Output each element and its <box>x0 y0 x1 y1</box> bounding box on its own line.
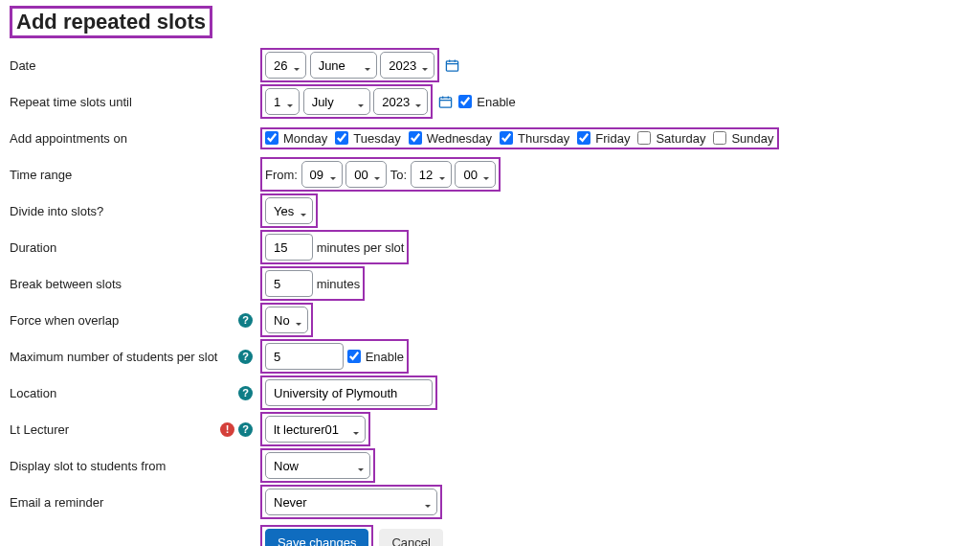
date-month-select[interactable]: June <box>310 52 377 79</box>
repeat-enable-wrap[interactable]: Enable <box>458 95 515 109</box>
location-input[interactable] <box>265 379 433 406</box>
label-time-range: Time range <box>10 168 72 182</box>
help-icon[interactable]: ? <box>238 386 253 400</box>
force-group: No <box>260 303 313 337</box>
label-date: Date <box>10 58 35 73</box>
label-add-on: Add appointments on <box>10 131 127 146</box>
row-break: Break between slots minutes <box>10 266 970 301</box>
label-lecturer: Lt Lecturer <box>10 422 69 437</box>
break-suffix: minutes <box>317 277 361 291</box>
divide-select[interactable]: Yes <box>265 197 313 224</box>
page-title: Add repeated slots <box>10 6 212 38</box>
label-divide: Divide into slots? <box>10 204 103 218</box>
divide-group: Yes <box>260 193 318 228</box>
repeat-month-select[interactable]: July <box>303 88 370 115</box>
day-label: Sunday <box>731 131 773 146</box>
save-button[interactable]: Save changes <box>265 529 368 546</box>
day-monday[interactable]: Monday <box>265 131 327 146</box>
day-sunday[interactable]: Sunday <box>713 131 773 146</box>
calendar-icon[interactable] <box>438 95 453 109</box>
max-students-input[interactable] <box>265 343 344 370</box>
help-icon[interactable]: ? <box>238 350 253 364</box>
repeat-enable-checkbox[interactable] <box>458 95 472 108</box>
to-hour-select[interactable]: 12 <box>411 161 452 188</box>
force-select[interactable]: No <box>265 307 308 333</box>
date-year-select[interactable]: 2023 <box>380 52 434 79</box>
from-min-select[interactable]: 00 <box>345 161 387 188</box>
label-repeat-until: Repeat time slots until <box>10 95 132 109</box>
calendar-icon[interactable] <box>445 58 459 73</box>
display-from-group: Now <box>260 448 375 483</box>
svg-rect-0 <box>447 60 458 70</box>
date-day-select[interactable]: 26 <box>265 52 306 79</box>
day-checkbox-wednesday[interactable] <box>409 131 422 145</box>
row-time-range: Time range From: 09 00 To: 12 00 <box>10 157 970 192</box>
svg-rect-4 <box>440 97 452 106</box>
duration-group: minutes per slot <box>260 230 409 264</box>
day-label: Friday <box>595 131 630 146</box>
duration-input[interactable] <box>265 234 313 261</box>
day-label: Tuesday <box>353 131 400 146</box>
max-students-enable-checkbox[interactable] <box>347 350 361 363</box>
repeat-enable-label: Enable <box>477 95 515 109</box>
day-checkbox-friday[interactable] <box>577 131 590 145</box>
day-checkbox-thursday[interactable] <box>500 131 513 145</box>
break-input[interactable] <box>265 270 313 297</box>
day-friday[interactable]: Friday <box>577 131 630 146</box>
days-group: MondayTuesdayWednesdayThursdayFridaySatu… <box>260 127 779 149</box>
lecturer-group: lt lecturer01 <box>260 412 370 446</box>
label-break: Break between slots <box>10 277 122 291</box>
label-email: Email a reminder <box>10 495 103 510</box>
from-label: From: <box>265 168 298 182</box>
day-label: Monday <box>283 131 327 146</box>
repeat-until-group: 1 July 2023 <box>260 84 433 119</box>
row-lecturer: Lt Lecturer ! ? lt lecturer01 <box>10 412 970 446</box>
day-tuesday[interactable]: Tuesday <box>335 131 400 146</box>
email-select[interactable]: Never <box>265 489 437 515</box>
row-email: Email a reminder Never <box>10 485 970 519</box>
repeat-year-select[interactable]: 2023 <box>373 88 428 115</box>
max-students-enable-label: Enable <box>366 350 404 364</box>
row-date: Date 26 June 2023 <box>10 48 970 82</box>
to-label: To: <box>390 168 407 182</box>
help-icon[interactable]: ? <box>238 313 253 328</box>
required-icon: ! <box>220 422 234 437</box>
label-max-students: Maximum number of students per slot <box>10 350 217 364</box>
day-checkbox-sunday[interactable] <box>713 131 726 145</box>
to-min-select[interactable]: 00 <box>455 161 496 188</box>
day-thursday[interactable]: Thursday <box>500 131 569 146</box>
row-force: Force when overlap ? No <box>10 303 970 337</box>
label-display-from: Display slot to students from <box>10 459 166 473</box>
repeat-day-select[interactable]: 1 <box>265 88 300 115</box>
max-students-enable-wrap[interactable]: Enable <box>347 350 404 364</box>
help-icon[interactable]: ? <box>238 422 253 437</box>
break-group: minutes <box>260 266 365 301</box>
row-duration: Duration minutes per slot <box>10 230 970 264</box>
row-divide: Divide into slots? Yes <box>10 193 970 228</box>
row-actions: Save changes Cancel <box>10 525 970 546</box>
cancel-button[interactable]: Cancel <box>379 529 442 546</box>
day-checkbox-saturday[interactable] <box>637 131 651 145</box>
day-checkbox-tuesday[interactable] <box>335 131 348 145</box>
row-max-students: Maximum number of students per slot ? En… <box>10 339 970 374</box>
day-label: Wednesday <box>427 131 492 146</box>
day-checkbox-monday[interactable] <box>265 131 278 145</box>
email-group: Never <box>260 485 442 519</box>
location-group <box>260 375 437 410</box>
date-group: 26 June 2023 <box>260 48 439 82</box>
lecturer-select[interactable]: lt lecturer01 <box>265 416 366 443</box>
display-from-select[interactable]: Now <box>265 452 370 479</box>
label-force: Force when overlap <box>10 313 119 328</box>
from-hour-select[interactable]: 09 <box>301 161 343 188</box>
day-wednesday[interactable]: Wednesday <box>409 131 492 146</box>
time-range-group: From: 09 00 To: 12 00 <box>260 157 501 192</box>
day-saturday[interactable]: Saturday <box>637 131 705 146</box>
row-display-from: Display slot to students from Now <box>10 448 970 483</box>
max-students-group: Enable <box>260 339 409 374</box>
duration-suffix: minutes per slot <box>317 240 405 255</box>
day-label: Thursday <box>518 131 569 146</box>
day-label: Saturday <box>656 131 705 146</box>
row-location: Location ? <box>10 375 970 410</box>
label-duration: Duration <box>10 240 56 255</box>
row-repeat-until: Repeat time slots until 1 July 2023 Enab… <box>10 84 970 119</box>
